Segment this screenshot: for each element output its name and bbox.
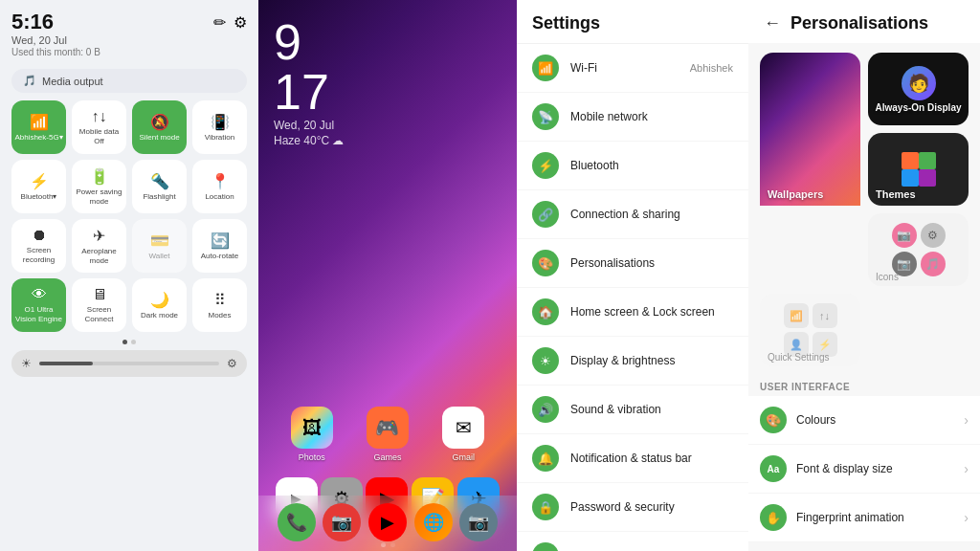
ultra-label: O1 Ultra Vision Engine — [13, 305, 64, 323]
settings-icon[interactable]: ⚙ — [234, 13, 247, 32]
qs-media-bar[interactable]: 🎵 Media output — [11, 69, 247, 93]
settings-item-notification[interactable]: 🔔 Notification & status bar — [517, 434, 748, 483]
dock-phone[interactable]: 📞 — [278, 503, 316, 541]
qs-tile-mobile[interactable]: ↑↓ Mobile dataOff — [72, 100, 126, 154]
dock-camera[interactable]: 📷 — [323, 503, 361, 541]
music-icon: 🎵 — [23, 75, 36, 87]
svg-rect-1 — [919, 152, 936, 169]
settings-item-wifi[interactable]: 📶 Wi-Fi Abhishek — [517, 44, 748, 93]
bluetooth-label: Bluetooth▾ — [21, 192, 57, 202]
home-app-photos[interactable]: 🖼 Photos — [291, 407, 333, 462]
font-item[interactable]: Aa Font & display size › — [748, 445, 980, 494]
qs-dot-2 — [131, 340, 136, 344]
qs-tile-powersave[interactable]: 🔋 Power saving mode — [72, 160, 126, 213]
qs-tile-autorotate[interactable]: 🔄 Auto-rotate — [192, 219, 247, 273]
home-app-gmail[interactable]: ✉ Gmail — [442, 407, 484, 462]
qs-tiles-grid: 📶 Abhishek-5G▾ ↑↓ Mobile dataOff 🔕 Silen… — [11, 100, 247, 332]
qs-tile-vibration[interactable]: 📳 Vibration — [192, 100, 247, 154]
screenconnect-label: Screen Connect — [74, 305, 124, 323]
edit-icon[interactable]: ✏ — [213, 13, 226, 32]
colours-icon: 🎨 — [760, 407, 787, 433]
wallpapers-card[interactable]: Wallpapers — [760, 53, 860, 286]
colours-label: Colours — [796, 413, 954, 427]
qs-tile-bluetooth[interactable]: ⚡ Bluetooth▾ — [11, 160, 66, 213]
qs-tile-aeroplane[interactable]: ✈ Aeroplane mode — [72, 219, 126, 273]
qs-tile-flashlight[interactable]: 🔦 Flashlight — [132, 160, 187, 213]
icons-label: Icons — [876, 272, 899, 282]
brightness-bar[interactable]: ☀ ⚙ — [11, 350, 247, 377]
settings-item-mobile[interactable]: 📡 Mobile network — [517, 93, 748, 142]
back-button[interactable]: ← — [764, 13, 781, 33]
location-icon: 📍 — [211, 172, 230, 190]
dock-youtube[interactable]: ▶ — [368, 503, 407, 541]
dock-browser[interactable]: 🌐 — [414, 503, 453, 541]
themes-preview: Themes — [868, 133, 969, 206]
personalisations-setting-icon: 🎨 — [532, 250, 559, 276]
settings-item-bluetooth[interactable]: ⚡ Bluetooth — [517, 142, 748, 190]
qs-tile-ultra[interactable]: 👁 O1 Ultra Vision Engine — [11, 278, 66, 332]
personalisations-title: Personalisations — [791, 13, 928, 33]
darkmode-icon: 🌙 — [150, 291, 169, 309]
brightness-fill — [39, 362, 93, 365]
mobile-label: Mobile dataOff — [79, 127, 119, 145]
themes-card[interactable]: Themes — [868, 133, 969, 206]
quicksettings-preview: 📶 ↑↓ 👤 ⚡ Quick Settings — [760, 294, 860, 366]
icon-sample-1: 📷 — [892, 223, 917, 248]
settings-item-connection[interactable]: 🔗 Connection & sharing — [517, 190, 748, 239]
settings-item-privacy[interactable]: 🛡 Privacy — [517, 532, 748, 551]
display-setting-label: Display & brightness — [570, 354, 733, 367]
qs-tile-screenrec[interactable]: ⏺ Screen recording — [11, 219, 66, 273]
personalisations-panel: ← Personalisations Wallpapers 🧑 Always-O… — [748, 0, 980, 551]
aeroplane-icon: ✈ — [93, 227, 105, 245]
qs-tile-location[interactable]: 📍 Location — [192, 160, 247, 213]
silent-label: Silent mode — [139, 133, 179, 143]
vibration-icon: 📳 — [211, 113, 230, 131]
qs-header-icons: ✏ ⚙ — [213, 10, 247, 32]
screenconnect-icon: 🖥 — [92, 286, 107, 303]
home-weather: Haze 40°C ☁ — [274, 134, 501, 147]
home-app-games[interactable]: 🎮 Games — [367, 407, 409, 462]
colours-item[interactable]: 🎨 Colours › — [748, 396, 980, 445]
settings-item-personalisations[interactable]: 🎨 Personalisations — [517, 239, 748, 288]
icons-card[interactable]: 📷 ⚙ 📷 🎵 Icons — [868, 213, 969, 286]
brightness-track — [39, 362, 219, 365]
qs-tile-wallet[interactable]: 💳 Wallet — [132, 219, 187, 273]
home-screen-panel: 9 17 Wed, 20 Jul Haze 40°C ☁ 🖼 Photos 🎮 … — [258, 0, 517, 551]
home-dock: 📞 📷 ▶ 🌐 📷 — [258, 496, 517, 551]
qs-tile-darkmode[interactable]: 🌙 Dark mode — [132, 278, 187, 332]
qs-tile-screenconnect[interactable]: 🖥 Screen Connect — [72, 278, 126, 332]
notification-setting-icon: 🔔 — [532, 445, 559, 472]
password-setting-icon: 🔒 — [532, 494, 559, 520]
aod-card[interactable]: 🧑 Always-On Display — [868, 53, 969, 125]
qs-dot-1 — [122, 340, 127, 344]
settings-item-sound[interactable]: 🔊 Sound & vibration — [517, 386, 748, 434]
aeroplane-label: Aeroplane mode — [74, 247, 124, 265]
qs-tile-silent[interactable]: 🔕 Silent mode — [132, 100, 187, 154]
themes-icon — [900, 150, 938, 188]
powersave-icon: 🔋 — [90, 167, 109, 186]
wallpapers-label: Wallpapers — [768, 188, 823, 200]
home-app-photos-label: Photos — [299, 452, 325, 462]
qs-tile-wifi[interactable]: 📶 Abhishek-5G▾ — [11, 100, 66, 154]
settings-item-password[interactable]: 🔒 Password & security — [517, 483, 748, 532]
sound-setting-icon: 🔊 — [532, 396, 559, 423]
wifi-icon: 📶 — [30, 113, 49, 131]
svg-rect-3 — [919, 169, 936, 187]
bluetooth-setting-icon: ⚡ — [532, 152, 559, 179]
vibration-label: Vibration — [205, 133, 234, 143]
fingerprint-item[interactable]: ✋ Fingerprint animation › — [748, 494, 980, 542]
ui-section-label: USER INTERFACE — [748, 376, 980, 396]
silent-icon: 🔕 — [150, 113, 169, 131]
settings-item-display[interactable]: ☀ Display & brightness — [517, 337, 748, 386]
wifi-setting-label: Wi-Fi — [570, 61, 679, 75]
dock-photo[interactable]: 📷 — [459, 503, 498, 541]
fingerprint-icon: ✋ — [760, 504, 787, 531]
modes-label: Modes — [208, 311, 231, 320]
brightness-settings-icon[interactable]: ⚙ — [227, 357, 237, 370]
settings-item-homescreen[interactable]: 🏠 Home screen & Lock screen — [517, 288, 748, 337]
wallpaper-preview: Wallpapers — [760, 53, 860, 206]
qs-tile-modes[interactable]: ⠿ Modes — [192, 278, 247, 332]
sound-setting-label: Sound & vibration — [570, 403, 733, 416]
quicksettings-card[interactable]: 📶 ↑↓ 👤 ⚡ Quick Settings — [760, 294, 860, 366]
qs-page-dots — [11, 340, 247, 344]
